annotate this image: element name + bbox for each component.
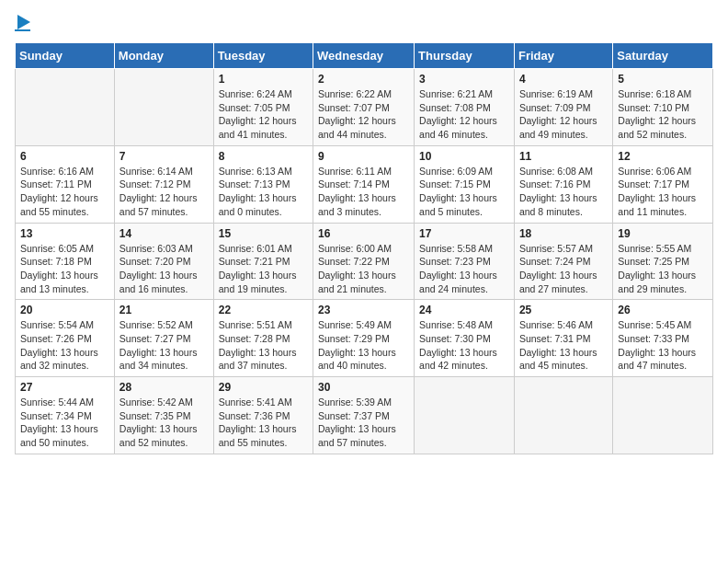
day-info: Sunrise: 5:42 AMSunset: 7:35 PMDaylight:… — [119, 396, 198, 448]
day-info: Sunrise: 6:06 AMSunset: 7:17 PMDaylight:… — [618, 166, 696, 217]
day-info: Sunrise: 5:46 AMSunset: 7:31 PMDaylight:… — [519, 319, 597, 371]
day-number: 1 — [219, 73, 308, 86]
day-number: 8 — [219, 150, 308, 163]
weekday-header-friday: Friday — [514, 43, 612, 69]
day-number: 11 — [519, 150, 608, 163]
day-number: 4 — [519, 73, 608, 86]
calendar-cell: 25 Sunrise: 5:46 AMSunset: 7:31 PMDaylig… — [514, 300, 612, 377]
day-info: Sunrise: 6:09 AMSunset: 7:15 PMDaylight:… — [419, 166, 497, 217]
logo-underline — [15, 29, 30, 31]
day-info: Sunrise: 5:44 AMSunset: 7:34 PMDaylight:… — [20, 396, 98, 448]
calendar-cell: 22 Sunrise: 5:51 AMSunset: 7:28 PMDaylig… — [213, 300, 313, 377]
calendar-cell — [613, 377, 713, 454]
calendar-cell: 18 Sunrise: 5:57 AMSunset: 7:24 PMDaylig… — [514, 223, 612, 300]
weekday-header-wednesday: Wednesday — [313, 43, 415, 69]
logo-arrow-icon — [17, 15, 30, 29]
calendar-cell: 20 Sunrise: 5:54 AMSunset: 7:26 PMDaylig… — [16, 300, 115, 377]
calendar-table: SundayMondayTuesdayWednesdayThursdayFrid… — [15, 42, 713, 454]
day-number: 22 — [219, 304, 308, 316]
day-number: 3 — [419, 73, 509, 86]
calendar-cell: 24 Sunrise: 5:48 AMSunset: 7:30 PMDaylig… — [415, 300, 515, 377]
day-info: Sunrise: 6:24 AMSunset: 7:05 PMDaylight:… — [219, 88, 297, 140]
calendar-cell: 19 Sunrise: 5:55 AMSunset: 7:25 PMDaylig… — [613, 223, 713, 300]
page-header — [15, 15, 713, 31]
day-number: 14 — [119, 227, 209, 240]
calendar-cell: 11 Sunrise: 6:08 AMSunset: 7:16 PMDaylig… — [514, 145, 612, 223]
calendar-cell: 17 Sunrise: 5:58 AMSunset: 7:23 PMDaylig… — [415, 223, 515, 300]
day-number: 25 — [519, 304, 608, 316]
calendar-cell: 21 Sunrise: 5:52 AMSunset: 7:27 PMDaylig… — [114, 300, 213, 377]
day-info: Sunrise: 5:48 AMSunset: 7:30 PMDaylight:… — [419, 319, 497, 371]
calendar-cell — [114, 69, 213, 146]
day-info: Sunrise: 6:00 AMSunset: 7:22 PMDaylight:… — [318, 243, 396, 294]
day-info: Sunrise: 6:11 AMSunset: 7:14 PMDaylight:… — [318, 166, 396, 217]
day-number: 24 — [419, 304, 509, 316]
day-number: 16 — [318, 227, 409, 240]
day-info: Sunrise: 5:39 AMSunset: 7:37 PMDaylight:… — [318, 396, 396, 448]
calendar-cell: 6 Sunrise: 6:16 AMSunset: 7:11 PMDayligh… — [16, 145, 115, 223]
day-info: Sunrise: 5:52 AMSunset: 7:27 PMDaylight:… — [119, 319, 198, 371]
day-info: Sunrise: 5:54 AMSunset: 7:26 PMDaylight:… — [20, 319, 98, 371]
day-info: Sunrise: 6:08 AMSunset: 7:16 PMDaylight:… — [519, 166, 597, 217]
calendar-cell: 26 Sunrise: 5:45 AMSunset: 7:33 PMDaylig… — [613, 300, 713, 377]
weekday-header-row: SundayMondayTuesdayWednesdayThursdayFrid… — [16, 43, 713, 69]
calendar-cell: 15 Sunrise: 6:01 AMSunset: 7:21 PMDaylig… — [213, 223, 313, 300]
calendar-cell: 16 Sunrise: 6:00 AMSunset: 7:22 PMDaylig… — [313, 223, 415, 300]
day-number: 13 — [20, 227, 109, 240]
day-info: Sunrise: 5:57 AMSunset: 7:24 PMDaylight:… — [519, 243, 597, 294]
day-number: 27 — [20, 381, 109, 394]
calendar-cell: 5 Sunrise: 6:18 AMSunset: 7:10 PMDayligh… — [613, 69, 713, 146]
day-info: Sunrise: 5:58 AMSunset: 7:23 PMDaylight:… — [419, 243, 497, 294]
day-number: 19 — [618, 227, 708, 240]
calendar-cell: 9 Sunrise: 6:11 AMSunset: 7:14 PMDayligh… — [313, 145, 415, 223]
day-number: 6 — [20, 150, 109, 163]
day-number: 12 — [618, 150, 708, 163]
day-number: 29 — [219, 381, 308, 394]
calendar-cell: 8 Sunrise: 6:13 AMSunset: 7:13 PMDayligh… — [213, 145, 313, 223]
calendar-cell: 3 Sunrise: 6:21 AMSunset: 7:08 PMDayligh… — [415, 69, 515, 146]
day-number: 2 — [318, 73, 409, 86]
weekday-header-tuesday: Tuesday — [213, 43, 313, 69]
day-number: 20 — [20, 304, 109, 316]
day-number: 9 — [318, 150, 409, 163]
day-info: Sunrise: 6:14 AMSunset: 7:12 PMDaylight:… — [119, 166, 198, 217]
calendar-cell: 12 Sunrise: 6:06 AMSunset: 7:17 PMDaylig… — [613, 145, 713, 223]
weekday-header-thursday: Thursday — [415, 43, 515, 69]
day-info: Sunrise: 5:45 AMSunset: 7:33 PMDaylight:… — [618, 319, 696, 371]
day-info: Sunrise: 5:55 AMSunset: 7:25 PMDaylight:… — [618, 243, 696, 294]
day-info: Sunrise: 6:03 AMSunset: 7:20 PMDaylight:… — [119, 243, 198, 294]
day-number: 23 — [318, 304, 409, 316]
day-number: 10 — [419, 150, 509, 163]
calendar-cell: 23 Sunrise: 5:49 AMSunset: 7:29 PMDaylig… — [313, 300, 415, 377]
calendar-cell: 2 Sunrise: 6:22 AMSunset: 7:07 PMDayligh… — [313, 69, 415, 146]
day-info: Sunrise: 6:19 AMSunset: 7:09 PMDaylight:… — [519, 88, 597, 140]
calendar-week-row: 13 Sunrise: 6:05 AMSunset: 7:18 PMDaylig… — [16, 223, 713, 300]
calendar-cell — [514, 377, 612, 454]
day-info: Sunrise: 6:16 AMSunset: 7:11 PMDaylight:… — [20, 166, 98, 217]
calendar-week-row: 6 Sunrise: 6:16 AMSunset: 7:11 PMDayligh… — [16, 145, 713, 223]
calendar-cell: 10 Sunrise: 6:09 AMSunset: 7:15 PMDaylig… — [415, 145, 515, 223]
calendar-cell: 29 Sunrise: 5:41 AMSunset: 7:36 PMDaylig… — [213, 377, 313, 454]
calendar-cell: 1 Sunrise: 6:24 AMSunset: 7:05 PMDayligh… — [213, 69, 313, 146]
weekday-header-saturday: Saturday — [613, 43, 713, 69]
day-number: 28 — [119, 381, 209, 394]
day-number: 26 — [618, 304, 708, 316]
day-info: Sunrise: 6:05 AMSunset: 7:18 PMDaylight:… — [20, 243, 98, 294]
day-number: 21 — [119, 304, 209, 316]
calendar-week-row: 20 Sunrise: 5:54 AMSunset: 7:26 PMDaylig… — [16, 300, 713, 377]
weekday-header-monday: Monday — [114, 43, 213, 69]
day-number: 15 — [219, 227, 308, 240]
day-info: Sunrise: 5:49 AMSunset: 7:29 PMDaylight:… — [318, 319, 396, 371]
calendar-cell: 27 Sunrise: 5:44 AMSunset: 7:34 PMDaylig… — [16, 377, 115, 454]
calendar-cell: 4 Sunrise: 6:19 AMSunset: 7:09 PMDayligh… — [514, 69, 612, 146]
calendar-cell: 30 Sunrise: 5:39 AMSunset: 7:37 PMDaylig… — [313, 377, 415, 454]
day-info: Sunrise: 6:01 AMSunset: 7:21 PMDaylight:… — [219, 243, 297, 294]
day-info: Sunrise: 6:21 AMSunset: 7:08 PMDaylight:… — [419, 88, 497, 140]
day-info: Sunrise: 5:41 AMSunset: 7:36 PMDaylight:… — [219, 396, 297, 448]
day-number: 5 — [618, 73, 708, 86]
calendar-cell — [415, 377, 515, 454]
day-number: 30 — [318, 381, 409, 394]
logo — [15, 15, 30, 31]
calendar-cell: 7 Sunrise: 6:14 AMSunset: 7:12 PMDayligh… — [114, 145, 213, 223]
calendar-cell: 13 Sunrise: 6:05 AMSunset: 7:18 PMDaylig… — [16, 223, 115, 300]
